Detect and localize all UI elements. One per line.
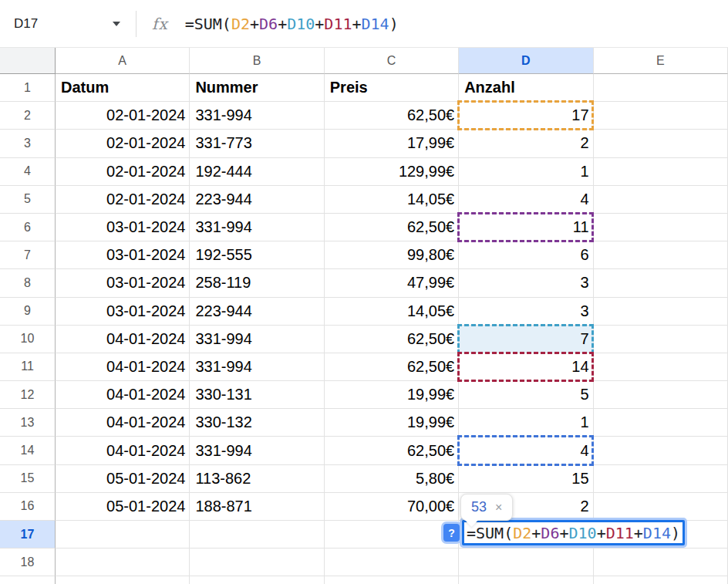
cell-B9[interactable]: 223-944 <box>190 298 324 326</box>
cell-D8[interactable]: 3 <box>459 269 593 297</box>
row-header-2[interactable]: 2 <box>0 102 56 130</box>
row-header-next[interactable] <box>0 576 56 584</box>
column-header-C[interactable]: C <box>325 48 459 74</box>
cell-C17[interactable] <box>325 521 459 549</box>
cell-C12[interactable]: 19,99€ <box>325 381 459 409</box>
cell-E7[interactable] <box>594 241 728 269</box>
row-header-4[interactable]: 4 <box>0 158 56 186</box>
cell-C13[interactable]: 19,99€ <box>325 409 459 437</box>
cell-C5[interactable]: 14,05€ <box>325 186 459 214</box>
cell-B3[interactable]: 331-773 <box>190 130 324 157</box>
cell-E1[interactable] <box>594 74 728 102</box>
cell-D12[interactable]: 5 <box>459 381 593 409</box>
cell-A17[interactable] <box>56 521 190 549</box>
cell-D18[interactable] <box>459 549 593 576</box>
cell-editor-input[interactable]: =SUM(D2+D6+D10+D11+D14) <box>462 520 685 545</box>
row-header-6[interactable]: 6 <box>0 214 56 241</box>
cell-D11[interactable]: 14 <box>459 353 593 381</box>
column-header-E[interactable]: E <box>594 48 728 74</box>
cell-E15[interactable] <box>594 465 728 493</box>
cell-E10[interactable] <box>594 326 728 353</box>
row-header-5[interactable]: 5 <box>0 186 56 214</box>
cell-A2[interactable]: 02-01-2024 <box>56 102 190 130</box>
cell-B13[interactable]: 330-132 <box>190 409 324 437</box>
cell-D6[interactable]: 11 <box>459 214 593 241</box>
cell-B6[interactable]: 331-994 <box>190 214 324 241</box>
cell-C7[interactable]: 99,80€ <box>325 241 459 269</box>
cell-D9[interactable]: 3 <box>459 298 593 326</box>
cell-A14[interactable]: 04-01-2024 <box>56 437 190 464</box>
cell-E11[interactable] <box>594 353 728 381</box>
cell-A4[interactable]: 02-01-2024 <box>56 158 190 186</box>
cell-D1[interactable]: Anzahl <box>459 74 593 102</box>
row-header-1[interactable]: 1 <box>0 74 56 102</box>
cell-A5[interactable]: 02-01-2024 <box>56 186 190 214</box>
cell-D2[interactable]: 17 <box>459 102 593 130</box>
cell-C9[interactable]: 14,05€ <box>325 298 459 326</box>
cell-C15[interactable]: 5,80€ <box>325 465 459 493</box>
cell-B10[interactable]: 331-994 <box>190 326 324 353</box>
cell-D7[interactable]: 6 <box>459 241 593 269</box>
close-icon[interactable]: × <box>495 501 502 514</box>
select-all-corner[interactable] <box>0 48 56 74</box>
column-header-B[interactable]: B <box>190 48 324 74</box>
cell-E3[interactable] <box>594 130 728 157</box>
cell-C2[interactable]: 62,50€ <box>325 102 459 130</box>
row-header-3[interactable]: 3 <box>0 130 56 157</box>
cell-C8[interactable]: 47,99€ <box>325 269 459 297</box>
cell-E12[interactable] <box>594 381 728 409</box>
cell-D14[interactable]: 4 <box>459 437 593 464</box>
cell-A10[interactable]: 04-01-2024 <box>56 326 190 353</box>
cell-B1[interactable]: Nummer <box>190 74 324 102</box>
cell-E13[interactable] <box>594 409 728 437</box>
cell-A-next[interactable] <box>56 576 190 584</box>
cell-E18[interactable] <box>594 549 728 576</box>
formula-input[interactable]: =SUM(D2+D6+D10+D11+D14) <box>185 15 399 33</box>
cell-A8[interactable]: 03-01-2024 <box>56 269 190 297</box>
cell-B-next[interactable] <box>190 576 324 584</box>
column-header-D[interactable]: D <box>459 48 593 74</box>
cell-C4[interactable]: 129,99€ <box>325 158 459 186</box>
cell-E2[interactable] <box>594 102 728 130</box>
cell-D15[interactable]: 15 <box>459 465 593 493</box>
cell-C-next[interactable] <box>325 576 459 584</box>
cell-C6[interactable]: 62,50€ <box>325 214 459 241</box>
cell-B14[interactable]: 331-994 <box>190 437 324 464</box>
cell-B11[interactable]: 331-994 <box>190 353 324 381</box>
cell-C14[interactable]: 62,50€ <box>325 437 459 464</box>
name-box[interactable]: D17 <box>0 0 136 47</box>
row-header-18[interactable]: 18 <box>0 549 56 576</box>
cell-B12[interactable]: 330-131 <box>190 381 324 409</box>
cell-A9[interactable]: 03-01-2024 <box>56 298 190 326</box>
row-header-15[interactable]: 15 <box>0 465 56 493</box>
row-header-17[interactable]: 17 <box>0 521 56 549</box>
chevron-down-icon[interactable] <box>113 22 120 26</box>
cell-E6[interactable] <box>594 214 728 241</box>
cell-E16[interactable] <box>594 493 728 521</box>
cell-B4[interactable]: 192-444 <box>190 158 324 186</box>
row-header-12[interactable]: 12 <box>0 381 56 409</box>
cell-A12[interactable]: 04-01-2024 <box>56 381 190 409</box>
row-header-16[interactable]: 16 <box>0 493 56 521</box>
cell-D10[interactable]: 7 <box>459 326 593 353</box>
cell-A7[interactable]: 03-01-2024 <box>56 241 190 269</box>
cell-A16[interactable]: 05-01-2024 <box>56 493 190 521</box>
cell-A11[interactable]: 04-01-2024 <box>56 353 190 381</box>
row-header-8[interactable]: 8 <box>0 269 56 297</box>
cell-D13[interactable]: 1 <box>459 409 593 437</box>
cell-B2[interactable]: 331-994 <box>190 102 324 130</box>
cell-A13[interactable]: 04-01-2024 <box>56 409 190 437</box>
cell-B18[interactable] <box>190 549 324 576</box>
cell-C1[interactable]: Preis <box>325 74 459 102</box>
cell-D5[interactable]: 4 <box>459 186 593 214</box>
cell-A3[interactable]: 02-01-2024 <box>56 130 190 157</box>
cell-E5[interactable] <box>594 186 728 214</box>
cell-B7[interactable]: 192-555 <box>190 241 324 269</box>
cell-D3[interactable]: 2 <box>459 130 593 157</box>
cell-A6[interactable]: 03-01-2024 <box>56 214 190 241</box>
row-header-13[interactable]: 13 <box>0 409 56 437</box>
cell-E-next[interactable] <box>594 576 728 584</box>
cell-B15[interactable]: 113-862 <box>190 465 324 493</box>
cell-E8[interactable] <box>594 269 728 297</box>
row-header-11[interactable]: 11 <box>0 353 56 381</box>
